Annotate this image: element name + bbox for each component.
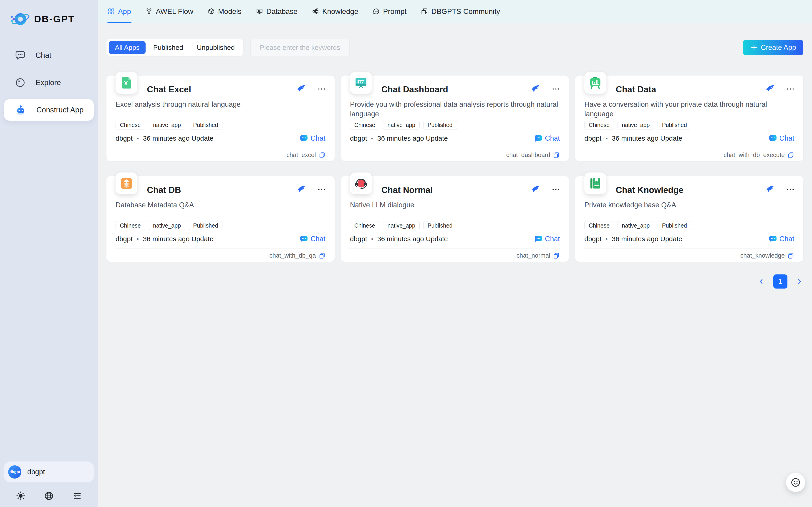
filter-unpublished[interactable]: Unpublished: [191, 41, 241, 54]
dingtalk-share-button[interactable]: [531, 84, 540, 93]
sidebar-menu: Chat Explore Construct App: [4, 45, 94, 121]
sidebar-item-explore[interactable]: Explore: [4, 72, 94, 93]
copy-code-button[interactable]: [319, 152, 325, 159]
prev-page-button[interactable]: [757, 278, 765, 285]
app-card-description: Have a conversation with your private da…: [584, 100, 794, 119]
chat-link[interactable]: Chat: [769, 134, 794, 143]
tab-label: DBGPTS Community: [431, 7, 500, 16]
copy-code-button[interactable]: [788, 252, 794, 259]
tag: Published: [189, 121, 223, 129]
card-divider: [115, 148, 326, 148]
app-card-chat-knowledge[interactable]: Chat Knowledge Private: [575, 176, 803, 262]
prompt-bubble-icon: [373, 8, 380, 15]
community-grid-icon: [421, 8, 428, 15]
sidebar: DB-GPT Chat Explore: [0, 0, 98, 507]
app-card-chat-data[interactable]: Chat Data Have a conve: [575, 75, 803, 161]
tag: Published: [658, 221, 691, 230]
card-meta: dbgpt • 36 minutes ago Update Chat: [116, 235, 325, 243]
knowledge-nodes-icon: [312, 8, 319, 15]
owner-name: dbgpt: [584, 235, 602, 243]
separator: •: [606, 235, 608, 242]
more-menu-button[interactable]: [552, 88, 560, 90]
app-icon-tile: X: [116, 72, 137, 94]
dingtalk-share-button[interactable]: [297, 185, 306, 194]
dashboard-monitor-icon: [354, 76, 368, 90]
copy-icon: [553, 252, 560, 259]
app-code: chat_normal: [516, 252, 550, 259]
app-card-chat-normal[interactable]: Chat Normal Native LLM: [341, 176, 569, 262]
copy-code-button[interactable]: [319, 252, 325, 259]
language-button[interactable]: [44, 491, 54, 501]
filter-published[interactable]: Published: [147, 41, 189, 54]
app-card-chat-db[interactable]: Chat DB Database Metad: [107, 176, 334, 262]
smiley-icon: [791, 477, 801, 488]
data-board-icon: [588, 76, 602, 90]
more-menu-button[interactable]: [318, 188, 325, 191]
updated-text: 36 minutes ago Update: [377, 235, 448, 243]
sidebar-item-label: Explore: [36, 78, 61, 87]
search-box: [250, 39, 350, 56]
tab-prompt[interactable]: Prompt: [372, 0, 407, 23]
more-menu-button[interactable]: [318, 88, 325, 90]
tag-list: Chinese native_app Published: [350, 221, 457, 230]
copy-code-button[interactable]: [553, 152, 560, 159]
card-footer: chat_normal: [516, 252, 560, 259]
app-card-chat-excel[interactable]: X Chat Excel: [107, 75, 334, 161]
more-menu-button[interactable]: [787, 188, 794, 191]
chat-link[interactable]: Chat: [300, 134, 325, 143]
tab-models[interactable]: Models: [207, 0, 242, 23]
tag: Chinese: [116, 121, 145, 129]
chat-link-label: Chat: [545, 235, 560, 243]
updated-text: 36 minutes ago Update: [143, 134, 213, 142]
next-page-button[interactable]: [796, 278, 803, 285]
card-meta: dbgpt • 36 minutes ago Update Chat: [584, 235, 794, 243]
copy-code-button[interactable]: [788, 152, 794, 159]
user-profile[interactable]: dbgpt dbgpt: [4, 461, 94, 483]
tag: Published: [189, 221, 223, 230]
copy-code-button[interactable]: [553, 252, 560, 259]
create-app-button[interactable]: Create App: [743, 40, 803, 55]
chevron-right-icon: [796, 278, 803, 285]
ellipsis-icon: [787, 188, 794, 191]
feedback-fab-button[interactable]: [786, 473, 805, 492]
filter-all-apps[interactable]: All Apps: [109, 41, 145, 54]
dingtalk-share-button[interactable]: [531, 185, 540, 194]
tab-app[interactable]: App: [107, 0, 131, 23]
app-icon-tile: [584, 72, 606, 94]
more-menu-button[interactable]: [787, 88, 794, 90]
tag-list: Chinese native_app Published: [584, 221, 691, 230]
search-input[interactable]: [259, 44, 348, 52]
card-divider: [349, 248, 561, 249]
chat-link[interactable]: Chat: [534, 235, 560, 243]
dingtalk-share-button[interactable]: [766, 84, 774, 93]
copy-icon: [788, 252, 794, 259]
theme-toggle-button[interactable]: [16, 491, 25, 501]
page-number-button[interactable]: 1: [773, 274, 788, 289]
tab-awel-flow[interactable]: AWEL Flow: [145, 0, 194, 23]
app-card-chat-dashboard[interactable]: Chat Dashboard Provide: [341, 75, 569, 161]
sidebar-item-construct-app[interactable]: Construct App: [4, 99, 94, 121]
more-menu-button[interactable]: [552, 188, 560, 191]
tab-knowledge[interactable]: Knowledge: [312, 0, 359, 23]
tag-list: Chinese native_app Published: [350, 121, 457, 129]
updated-text: 36 minutes ago Update: [612, 235, 682, 243]
dingtalk-share-button[interactable]: [297, 84, 306, 93]
sidebar-spacer: [4, 121, 94, 461]
dingtalk-share-button[interactable]: [766, 185, 774, 194]
tab-database[interactable]: Database: [256, 0, 298, 23]
app-card-description: Database Metadata Q&A: [116, 200, 325, 210]
main-area: App AWEL Flow Models: [98, 0, 812, 507]
tag: Chinese: [350, 121, 380, 129]
app-grid-icon: [108, 8, 115, 15]
sidebar-item-chat[interactable]: Chat: [4, 45, 94, 66]
collapse-sidebar-button[interactable]: [72, 491, 82, 501]
chat-bubble-outline-icon: [15, 50, 25, 61]
chat-link[interactable]: Chat: [534, 134, 560, 143]
tag: native_app: [618, 121, 654, 129]
tab-dbgpts-community[interactable]: DBGPTS Community: [421, 0, 500, 23]
card-actions: [531, 84, 560, 93]
chat-link[interactable]: Chat: [769, 235, 794, 243]
chat-link[interactable]: Chat: [300, 235, 325, 243]
card-divider: [583, 248, 795, 249]
tag: native_app: [383, 121, 420, 129]
